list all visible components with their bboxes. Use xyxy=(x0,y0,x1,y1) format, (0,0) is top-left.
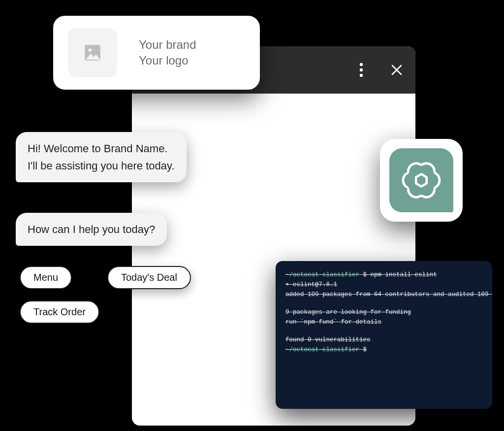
svg-point-0 xyxy=(360,63,363,66)
brand-line-1: Your brand xyxy=(139,37,196,53)
chat-bubble: Hi! Welcome to Brand Name.I'll be assist… xyxy=(16,132,187,182)
quick-reply-menu[interactable]: Menu xyxy=(20,266,72,289)
brand-card: Your brand Your logo xyxy=(53,16,260,90)
openai-logo-icon xyxy=(389,148,453,212)
close-icon[interactable] xyxy=(387,60,407,80)
terminal-window: ~/octocat-classifier $ npm install eslin… xyxy=(276,261,492,409)
quick-reply-track-order[interactable]: Track Order xyxy=(20,300,99,324)
terminal-line: + eslint@7.8.1 xyxy=(285,280,482,290)
quick-reply-todays-deal[interactable]: Today's Deal xyxy=(107,266,191,289)
more-icon[interactable] xyxy=(351,60,371,80)
chat-bubble: How can I help you today? xyxy=(16,213,167,246)
image-placeholder-icon xyxy=(68,28,117,77)
terminal-line: ~/octocat-classifier $ npm install eslin… xyxy=(285,270,482,280)
terminal-line: ~/octocat-classifier $ xyxy=(285,345,482,355)
brand-text: Your brand Your logo xyxy=(139,37,196,69)
terminal-line: found 0 vulnerabilities xyxy=(285,335,482,345)
terminal-line: run `npm fund` for details xyxy=(285,317,482,327)
ai-provider-badge xyxy=(380,139,463,222)
stage: ne xyxy=(0,0,504,431)
chat-header-actions xyxy=(351,60,407,80)
svg-marker-5 xyxy=(416,174,427,186)
terminal-line: added 109 packages from 64 contributors … xyxy=(285,290,482,299)
svg-point-1 xyxy=(360,68,363,71)
brand-line-2: Your logo xyxy=(139,53,196,68)
svg-point-2 xyxy=(360,74,363,77)
terminal-line: 9 packages are looking for funding xyxy=(285,307,482,317)
svg-point-4 xyxy=(89,49,92,52)
